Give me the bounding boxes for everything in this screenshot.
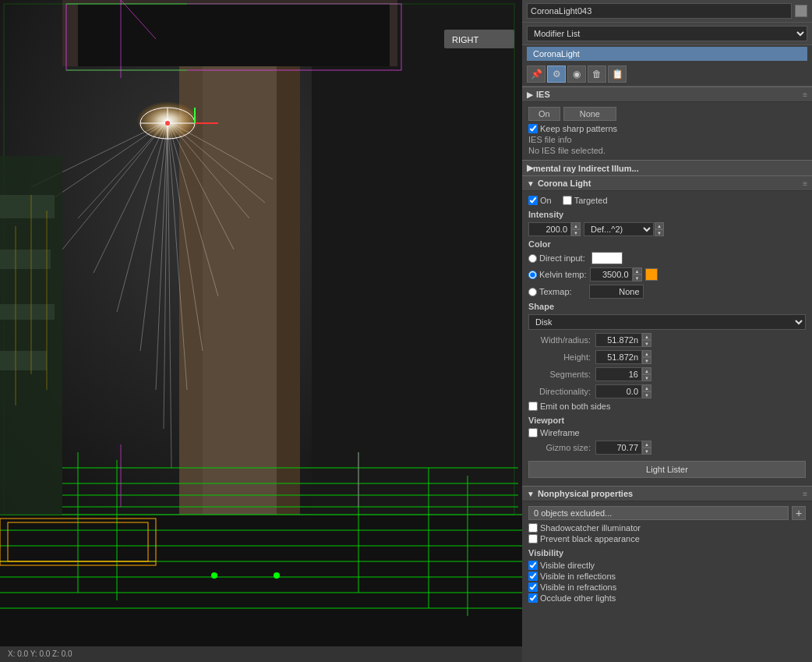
- prevent-black-label: Prevent black appearance: [540, 534, 640, 543]
- keep-sharp-checkbox[interactable]: [528, 124, 538, 133]
- emit-both-sides-checkbox[interactable]: [528, 402, 538, 411]
- prevent-black-checkbox[interactable]: [528, 534, 538, 543]
- svg-point-57: [274, 572, 280, 579]
- kelvin-label: Kelvin temp:: [539, 270, 587, 279]
- corona-arrow: ▼: [527, 179, 535, 188]
- visible-refractions-row: Visible in refractions: [528, 582, 806, 592]
- targeted-checkbox-label: Targeted: [563, 196, 608, 205]
- intensity-down[interactable]: ▼: [571, 229, 581, 236]
- ies-drag-handle: ≡: [803, 90, 807, 99]
- occlude-lights-checkbox[interactable]: [528, 593, 538, 603]
- visible-directly-row: Visible directly: [528, 561, 806, 570]
- right-panel: CoronaLight043 Modifier List CoronaLight…: [522, 0, 812, 662]
- ies-on-btn[interactable]: On: [528, 107, 560, 121]
- width-up[interactable]: ▲: [642, 333, 651, 340]
- segments-up[interactable]: ▲: [642, 367, 651, 374]
- intensity-row: ▲ ▼ Def...^2) ▲ ▼: [528, 222, 806, 236]
- corona-light-section-header[interactable]: ▼ Corona Light ≡: [522, 175, 812, 191]
- nonphysical-title: Nonphysical properties: [538, 489, 633, 498]
- svg-rect-7: [277, 0, 300, 515]
- mental-ray-header[interactable]: ▶ mental ray Indirect Illum...: [522, 160, 812, 175]
- direct-input-label: Direct input:: [539, 253, 585, 263]
- shape-type-select[interactable]: Disk: [528, 314, 806, 330]
- width-down[interactable]: ▼: [642, 340, 651, 347]
- texmap-radio[interactable]: [528, 288, 537, 296]
- svg-text:X: 0.0  Y: 0.0  Z: 0.0: X: 0.0 Y: 0.0 Z: 0.0: [8, 650, 72, 658]
- visible-reflections-label: Visible in reflections: [540, 572, 616, 581]
- svg-rect-68: [0, 351, 47, 370]
- ies-no-file-label: No IES file selected.: [528, 146, 806, 155]
- directionality-up[interactable]: ▲: [642, 384, 651, 391]
- intensity-unit-select[interactable]: Def...^2): [584, 222, 654, 236]
- intensity-up[interactable]: ▲: [571, 222, 581, 229]
- light-lister-btn[interactable]: Light Lister: [528, 461, 806, 478]
- color-title: Color: [528, 239, 806, 249]
- segments-row: Segments: ▲ ▼: [528, 367, 806, 381]
- prevent-black-row: Prevent black appearance: [528, 534, 806, 543]
- on-checkbox[interactable]: [528, 196, 538, 205]
- kelvin-up[interactable]: ▲: [633, 267, 642, 274]
- ies-toggle-row: On None: [528, 107, 806, 121]
- directionality-down[interactable]: ▼: [642, 391, 651, 398]
- modifier-item[interactable]: CoronaLight: [527, 47, 807, 61]
- modifier-list-select[interactable]: Modifier List: [527, 26, 807, 41]
- targeted-checkbox[interactable]: [563, 196, 572, 205]
- ies-section-header[interactable]: ▶ IES ≡: [522, 87, 812, 102]
- gizmo-down[interactable]: ▼: [642, 448, 651, 455]
- shadowcatcher-checkbox[interactable]: [528, 523, 538, 533]
- light-icon-btn[interactable]: ◉: [567, 65, 586, 83]
- width-radius-input[interactable]: [595, 333, 642, 347]
- wireframe-checkbox[interactable]: [528, 428, 538, 437]
- kelvin-radio[interactable]: [528, 271, 537, 279]
- gizmo-size-input[interactable]: [595, 441, 642, 455]
- objects-excluded-btn[interactable]: 0 objects excluded...: [528, 506, 789, 520]
- visible-reflections-checkbox[interactable]: [528, 572, 538, 581]
- objects-excluded-row: 0 objects excluded... +: [528, 506, 806, 520]
- texmap-radio-label: Texmap:: [528, 287, 572, 296]
- occlude-lights-row: Occlude other lights: [528, 593, 806, 603]
- extra-icon-btn[interactable]: 📋: [608, 65, 627, 83]
- height-input[interactable]: [595, 350, 642, 364]
- wireframe-row: Wireframe: [528, 428, 806, 437]
- visible-directly-checkbox[interactable]: [528, 561, 538, 570]
- nonphysical-arrow: ▼: [527, 490, 535, 498]
- nonphysical-section-header[interactable]: ▼ Nonphysical properties ≡: [522, 486, 812, 501]
- segments-input[interactable]: [595, 367, 642, 381]
- object-name-bar: CoronaLight043: [522, 0, 812, 23]
- unit-down[interactable]: ▼: [655, 229, 664, 236]
- svg-text:RIGHT: RIGHT: [452, 35, 479, 44]
- visible-refractions-checkbox[interactable]: [528, 582, 538, 592]
- object-name-input[interactable]: CoronaLight043: [527, 3, 792, 19]
- direct-input-row: Direct input:: [528, 252, 806, 264]
- gizmo-size-label: Gizmo size:: [528, 443, 591, 452]
- intensity-input[interactable]: [528, 222, 571, 236]
- intensity-input-group: ▲ ▼: [528, 222, 581, 236]
- texmap-label: Texmap:: [539, 287, 572, 296]
- kelvin-down[interactable]: ▼: [633, 274, 642, 281]
- texmap-input[interactable]: [589, 285, 644, 299]
- intensity-title: Intensity: [528, 210, 806, 219]
- svg-rect-6: [179, 0, 203, 515]
- pin-icon-btn[interactable]: 📌: [527, 65, 545, 83]
- direct-input-radio[interactable]: [528, 254, 537, 263]
- direct-input-swatch[interactable]: [591, 252, 623, 264]
- height-up[interactable]: ▲: [642, 350, 651, 357]
- height-label: Height:: [528, 352, 591, 362]
- height-down[interactable]: ▼: [642, 357, 651, 364]
- viewport[interactable]: RIGHT X: 0.0 Y: 0.0 Z: 0.0: [0, 0, 522, 662]
- wireframe-label: Wireframe: [540, 428, 580, 437]
- add-excluded-btn[interactable]: +: [792, 506, 806, 520]
- gizmo-up[interactable]: ▲: [642, 441, 651, 448]
- delete-icon-btn[interactable]: 🗑: [588, 65, 606, 83]
- settings-icon-btn[interactable]: ⚙: [547, 65, 566, 83]
- directionality-input[interactable]: [595, 384, 642, 398]
- kelvin-input[interactable]: [590, 267, 633, 281]
- corona-light-panel: On Targeted Intensity ▲ ▼: [522, 191, 812, 486]
- width-radius-row: Width/radius: ▲ ▼: [528, 333, 806, 347]
- emit-both-sides-row: Emit on both sides: [528, 402, 806, 411]
- object-color-swatch[interactable]: [795, 5, 807, 17]
- ies-none-btn[interactable]: None: [563, 107, 616, 121]
- segments-down[interactable]: ▼: [642, 374, 651, 381]
- unit-up[interactable]: ▲: [655, 222, 664, 229]
- kelvin-swatch[interactable]: [645, 268, 658, 281]
